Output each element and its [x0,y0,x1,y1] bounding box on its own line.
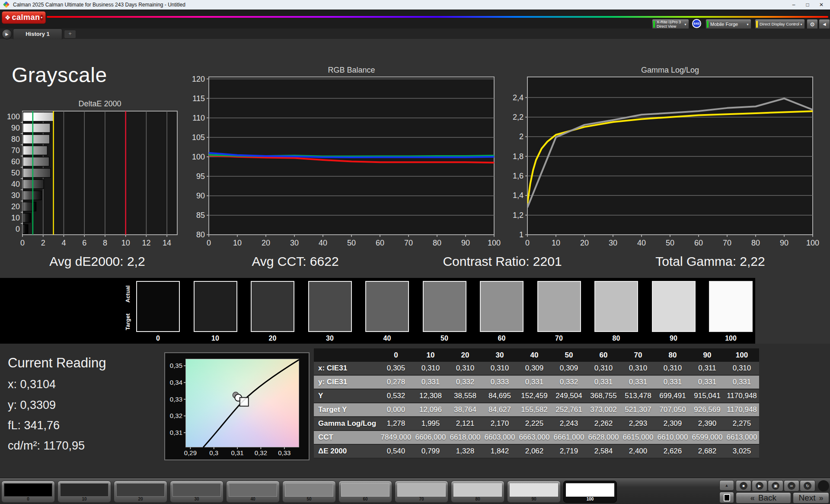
patch-level-label: 20 [114,497,167,501]
svg-text:4: 4 [61,239,66,247]
table-row: x: CIE310,3050,3100,3100,3100,3090,3090,… [314,362,759,375]
grayscale-swatch-50 [423,281,466,332]
swatch-level-label: 60 [479,335,524,342]
svg-text:90: 90 [461,239,470,247]
pattern-patch-button-50[interactable]: 50 [282,481,336,503]
svg-text:1,8: 1,8 [513,152,524,161]
svg-text:115: 115 [192,94,205,103]
pattern-window-icon: ▣ [774,484,778,488]
tab-history-1[interactable]: History 1 [13,29,62,39]
grayscale-swatch-30 [308,281,352,332]
svg-text:10: 10 [233,239,242,247]
pattern-patch-button-40[interactable]: 40 [226,481,280,503]
tab-scroll-button[interactable]: ▶ [2,29,12,39]
source-select[interactable]: Mobile Forge ▼ [706,19,751,29]
chevron-double-left-icon: « [750,494,755,503]
app-header: ❖ calman ▾ X-Rite i1Pro 3 Direct View ▼ … [0,10,830,29]
table-cell: 0,331 [725,375,759,389]
next-button[interactable]: Next » [793,492,829,504]
svg-text:30: 30 [609,239,617,247]
pattern-patch-button-0[interactable]: 0 [1,481,55,503]
refresh-read-button[interactable]: ↻ [800,480,815,491]
current-reading-cdm2: cd/m²: 1170,95 [8,439,85,453]
grayscale-swatch-40 [365,281,409,332]
svg-text:40: 40 [319,239,327,247]
table-cell: 2,170 [482,417,517,431]
pattern-patch-button-30[interactable]: 30 [170,481,223,503]
pattern-options-up-button[interactable]: ▲ [719,480,734,491]
table-cell: 1,995 [413,417,448,431]
meter-count-badge: 643 [692,19,701,28]
svg-text:1: 1 [519,230,524,239]
read-once-button[interactable]: ▶ [752,480,767,491]
table-cell: 0,332 [448,375,482,389]
table-cell: 252,761 [552,403,586,417]
play-arrow-icon: ▶ [6,32,9,36]
patch-level-label: 10 [58,497,111,501]
current-reading-title: Current Reading [8,355,106,371]
svg-text:10: 10 [121,239,130,247]
table-cell: 84,695 [482,389,517,403]
current-reading-fl: fL: 341,76 [8,419,60,432]
calman-menu-button[interactable]: ❖ calman ▾ [2,11,46,24]
svg-text:8: 8 [103,239,107,247]
close-icon[interactable]: ✕ [815,0,827,10]
minimize-icon[interactable]: – [788,0,800,10]
target-row-label: Target [124,308,131,336]
patch-level-label: 60 [339,497,392,501]
svg-text:12: 12 [142,239,150,247]
add-tab-button[interactable]: + [64,30,76,38]
svg-text:40: 40 [637,239,646,247]
table-cell: 0,310 [586,362,621,375]
patch-swatch [4,483,52,497]
table-header-cell: 30 [482,348,517,362]
table-cell: 2,584 [586,444,621,458]
pattern-patch-button-70[interactable]: 70 [395,481,448,503]
pattern-patch-button-90[interactable]: 90 [507,481,561,503]
svg-text:0,33: 0,33 [278,449,290,456]
table-cell: 2,293 [621,417,655,431]
pattern-patch-button-60[interactable]: 60 [338,481,392,503]
table-cell: 0,331 [517,375,552,389]
table-cell: 0,310 [621,362,655,375]
collapse-panel-button[interactable]: ◀ [819,19,830,29]
table-header-cell: 50 [552,348,586,362]
meter-select[interactable]: X-Rite i1Pro 3 Direct View ▼ [652,19,689,29]
svg-text:1,4: 1,4 [513,191,524,200]
table-cell: 2,626 [655,444,690,458]
svg-text:0: 0 [525,239,530,247]
svg-text:70: 70 [404,239,413,247]
table-cell: 12,096 [413,403,448,417]
deltae-bar-20 [23,202,36,211]
pattern-window-toggle-button[interactable] [719,492,734,503]
read-series-button[interactable]: ▣ [768,480,783,491]
svg-text:1,2: 1,2 [513,211,524,220]
table-header-cell [314,348,379,362]
deltae-bar-80 [23,135,50,144]
pattern-patch-button-20[interactable]: 20 [114,481,167,503]
back-button[interactable]: « Back [736,492,791,504]
table-row: y: CIE310,2780,3310,3320,3330,3310,3320,… [314,375,759,389]
table-cell: 6628,000 [586,431,621,444]
svg-text:95: 95 [196,172,205,181]
table-cell: 2,062 [517,444,552,458]
stop-measure-button[interactable]: ■ [736,480,751,491]
table-cell: 12,308 [413,389,448,403]
continuous-read-button[interactable]: ∞ [784,480,799,491]
table-cell: 6615,000 [621,431,655,444]
table-header-cell: 10 [413,348,448,362]
table-cell: 84,627 [482,403,517,417]
maximize-icon[interactable]: □ [801,0,814,10]
svg-text:80: 80 [751,239,760,247]
pattern-patch-button-100[interactable]: 100 [563,481,617,503]
table-cell: 0,799 [413,444,448,458]
svg-text:85: 85 [196,211,205,220]
settings-button[interactable]: ⚙ [807,19,818,29]
table-cell: 707,050 [655,403,690,417]
pattern-patch-button-10[interactable]: 10 [57,481,111,503]
display-control-select[interactable]: Direct Display Control ▼ [755,19,805,29]
pattern-patch-button-80[interactable]: 80 [451,481,504,503]
table-cell: 0,540 [379,444,413,458]
svg-text:6: 6 [82,239,86,247]
chevron-double-right-icon: » [819,494,824,503]
